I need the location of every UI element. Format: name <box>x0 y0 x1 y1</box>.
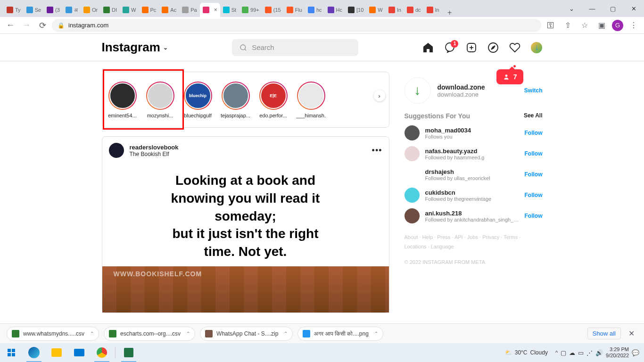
suggestion-avatar[interactable] <box>405 208 420 223</box>
tab-search-button[interactable]: ⌄ <box>561 1 582 16</box>
start-button[interactable] <box>0 343 23 362</box>
browser-tab[interactable]: Flu <box>284 3 305 17</box>
suggestion-avatar[interactable] <box>405 167 420 182</box>
suggestion-username[interactable]: drshajesh <box>425 168 519 175</box>
browser-tab[interactable]: (3 <box>44 3 63 17</box>
profile-avatar[interactable] <box>531 42 542 53</box>
weather-widget[interactable]: ⛅ 30°C Cloudy <box>505 349 548 356</box>
browser-tab[interactable]: Pc <box>139 3 159 17</box>
meet-now-icon[interactable]: ▢ <box>561 349 566 356</box>
download-item[interactable]: escharts.com--org....csv⌃ <box>104 327 195 341</box>
sidebar-username[interactable]: download.zone <box>438 83 485 91</box>
home-icon[interactable] <box>422 42 434 53</box>
story-item[interactable]: E|Eedo.perfor... <box>258 82 289 118</box>
messenger-icon[interactable]: 1 <box>444 42 455 53</box>
browser-tab[interactable]: In <box>424 3 442 17</box>
browser-tab[interactable]: × <box>200 3 220 17</box>
follow-link[interactable]: Follow <box>525 192 543 198</box>
sidebar-avatar[interactable] <box>405 77 431 104</box>
notifications-icon[interactable]: 💬 <box>632 349 639 356</box>
suggestion-relation: Followed by haammeed.g <box>425 155 519 160</box>
browser-tab[interactable]: Ty <box>4 3 24 17</box>
address-bar[interactable]: 🔒 instagram.com <box>52 19 541 32</box>
browser-tab[interactable]: Hc <box>325 3 345 17</box>
svg-rect-12 <box>12 353 15 356</box>
notification-bubble[interactable]: 7 <box>496 69 524 84</box>
browser-tab[interactable]: W <box>366 3 385 17</box>
story-item[interactable]: tejasprajap... <box>220 82 251 118</box>
browser-tab[interactable]: dc <box>404 3 424 17</box>
new-post-icon[interactable] <box>466 42 477 53</box>
suggestion-avatar[interactable] <box>405 188 420 203</box>
onedrive-icon[interactable]: ☁ <box>569 349 575 356</box>
show-all-downloads[interactable]: Show all <box>587 328 621 339</box>
browser-tab[interactable]: hc <box>305 3 325 17</box>
tray-expand-icon[interactable]: ^ <box>555 350 558 355</box>
close-window-button[interactable]: ✕ <box>623 1 644 16</box>
share-icon[interactable]: ⇧ <box>561 19 574 32</box>
battery-icon[interactable]: ▭ <box>578 349 584 356</box>
browser-tab[interactable]: Or <box>81 3 100 17</box>
new-tab-button[interactable]: + <box>442 8 455 17</box>
reload-button[interactable]: ⟳ <box>36 19 49 32</box>
browser-tab[interactable]: W <box>120 3 139 17</box>
browser-tab[interactable]: (15 <box>262 3 284 17</box>
suggestion-username[interactable]: cukidsbcn <box>425 189 519 196</box>
bookmark-star-icon[interactable]: ☆ <box>578 19 591 32</box>
post-image[interactable]: Looking at a book and knowing you will r… <box>102 164 389 313</box>
explore-icon[interactable] <box>487 42 499 53</box>
post-username[interactable]: readerslovebook <box>130 144 179 151</box>
close-downloads-bar[interactable]: ✕ <box>626 329 637 338</box>
switch-account-link[interactable]: Switch <box>524 87 543 94</box>
system-clock[interactable]: 3:29 PM 9/20/2022 <box>606 346 629 359</box>
taskbar-excel[interactable] <box>117 343 140 362</box>
search-input[interactable]: Search <box>232 39 358 56</box>
browser-tab[interactable]: Ac <box>159 3 179 17</box>
suggestion-avatar[interactable] <box>405 125 420 140</box>
suggestion-username[interactable]: ani.kush.218 <box>425 210 519 217</box>
post-more-icon[interactable]: ••• <box>372 146 382 156</box>
side-panel-icon[interactable]: ▣ <box>595 19 608 32</box>
follow-link[interactable]: Follow <box>525 150 543 157</box>
minimize-button[interactable]: — <box>582 1 603 16</box>
see-all-link[interactable]: See All <box>524 112 543 120</box>
suggestion-username[interactable]: nafas.beauty.yazd <box>425 148 519 155</box>
post-avatar[interactable] <box>109 143 124 158</box>
suggestion-avatar[interactable] <box>405 146 420 161</box>
browser-tab[interactable]: अ <box>63 3 81 17</box>
forward-button[interactable]: → <box>20 19 33 32</box>
wifi-icon[interactable]: ⋰ <box>586 349 593 356</box>
chrome-profile-avatar[interactable]: G <box>612 20 623 31</box>
password-key-icon[interactable]: ⚿ <box>544 19 557 32</box>
story-item[interactable]: eminent54... <box>107 82 138 118</box>
follow-link[interactable]: Follow <box>525 130 543 136</box>
story-item[interactable]: bluechipbluechipgulf <box>182 82 214 118</box>
activity-heart-icon[interactable] <box>509 42 520 53</box>
story-item[interactable]: ___himansh. <box>296 82 327 118</box>
taskbar-mail[interactable] <box>68 343 91 362</box>
browser-tab[interactable]: [10 <box>345 3 366 17</box>
browser-tab[interactable]: 99+ <box>239 3 262 17</box>
volume-icon[interactable]: 🔊 <box>595 349 603 356</box>
browser-tab[interactable]: St <box>220 3 239 17</box>
chrome-menu-icon[interactable]: ⋮ <box>627 19 640 32</box>
stories-next-arrow[interactable]: › <box>374 90 385 101</box>
footer-links[interactable]: About · Help · Press · API · Jobs · Priv… <box>405 233 543 252</box>
story-item[interactable]: mozynshi... <box>145 82 176 118</box>
follow-link[interactable]: Follow <box>525 171 543 178</box>
download-item[interactable]: www.whatsmydns.....csv⌃ <box>7 327 99 341</box>
browser-tab[interactable]: DI <box>100 3 120 17</box>
download-item[interactable]: अगर आप किसी को....png⌃ <box>297 327 383 341</box>
follow-link[interactable]: Follow <box>525 213 543 219</box>
taskbar-edge[interactable] <box>23 343 45 362</box>
taskbar-chrome[interactable] <box>91 343 113 362</box>
suggestion-username[interactable]: moha_mad0034 <box>425 127 519 134</box>
browser-tab[interactable]: Pa <box>179 3 199 17</box>
taskbar-explorer[interactable] <box>45 343 68 362</box>
download-item[interactable]: WhatsApp Chat - S....zip⌃ <box>200 327 293 341</box>
back-button[interactable]: ← <box>4 19 17 32</box>
browser-tab[interactable]: Se <box>24 3 44 17</box>
browser-tab[interactable]: In <box>386 3 404 17</box>
instagram-logo[interactable]: Instagram ⌄ <box>102 40 168 55</box>
maximize-button[interactable]: ▢ <box>603 1 623 16</box>
